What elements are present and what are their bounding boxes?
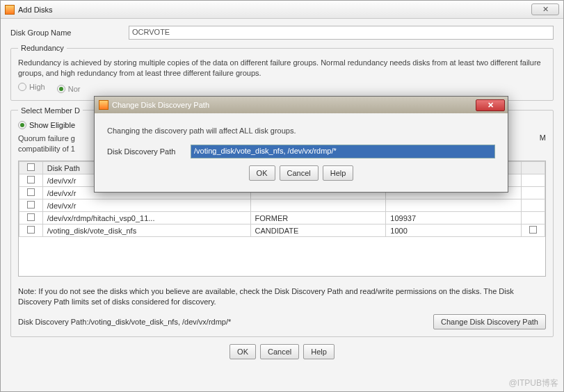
- table-row[interactable]: /voting_disk/vote_disk_nfsCANDIDATE1000: [19, 224, 545, 237]
- app-icon: [5, 5, 15, 15]
- window-close-button[interactable]: ✕: [531, 3, 559, 15]
- row-checkbox[interactable]: [27, 188, 35, 196]
- help-button[interactable]: Help: [303, 344, 335, 359]
- redundancy-legend: Redundancy: [18, 44, 67, 52]
- dialog-cancel-button[interactable]: Cancel: [280, 165, 319, 181]
- trailing-fragment: M: [540, 133, 546, 142]
- select-member-legend: Select Member D: [18, 106, 83, 115]
- dialog-icon: [99, 100, 108, 110]
- row-checkbox[interactable]: [27, 213, 35, 221]
- show-eligible-radio[interactable]: Show Eligible: [18, 121, 75, 129]
- main-button-row: OK Cancel Help: [10, 344, 554, 359]
- redundancy-normal-label: Nor: [68, 85, 81, 93]
- discovery-path-field-label: Disk Discovery Path: [107, 147, 191, 156]
- change-discovery-path-button[interactable]: Change Disk Discovery Path: [433, 314, 546, 329]
- dialog-close-button[interactable]: ✕: [476, 99, 505, 111]
- disk-group-name-input[interactable]: OCRVOTE: [129, 26, 554, 40]
- col-quorum[interactable]: [522, 162, 545, 174]
- redundancy-group: Redundancy Redundancy is achieved by sto…: [10, 44, 554, 101]
- disk-group-name-label: Disk Group Name: [10, 28, 129, 37]
- watermark: @ITPUB博客: [508, 377, 558, 389]
- row-checkbox[interactable]: [27, 176, 35, 183]
- ok-button[interactable]: OK: [229, 344, 256, 359]
- table-row[interactable]: /dev/vx/r: [19, 199, 545, 212]
- row-checkbox[interactable]: [27, 201, 35, 209]
- discovery-path-input[interactable]: /voting_disk/vote_disk_nfs, /dev/vx/rdmp…: [191, 145, 495, 158]
- dialog-help-button[interactable]: Help: [323, 165, 354, 181]
- header-checkbox[interactable]: [27, 163, 35, 171]
- redundancy-high-radio[interactable]: High: [18, 83, 45, 91]
- show-eligible-label: Show Eligible: [29, 121, 75, 129]
- dialog-warning: Changing the discovery path will affect …: [107, 126, 495, 136]
- row-quorum-checkbox[interactable]: [529, 226, 537, 234]
- dialog-title: Change Disk Discovery Path: [112, 101, 209, 109]
- table-row[interactable]: /dev/vx/rdmp/hitachi_vsp0_11...FORMER109…: [19, 212, 545, 224]
- add-disks-window: Add Disks ✕ Disk Group Name OCRVOTE Redu…: [0, 0, 564, 392]
- dialog-titlebar: Change Disk Discovery Path ✕: [95, 97, 508, 113]
- window-title: Add Disks: [18, 6, 53, 14]
- dialog-ok-button[interactable]: OK: [249, 165, 275, 181]
- redundancy-normal-radio[interactable]: Nor: [57, 85, 81, 93]
- change-discovery-path-dialog: Change Disk Discovery Path ✕ Changing th…: [94, 96, 508, 193]
- titlebar: Add Disks ✕: [1, 1, 563, 19]
- table-empty-area: [19, 237, 545, 276]
- cancel-button[interactable]: Cancel: [260, 344, 299, 359]
- redundancy-description: Redundancy is achieved by storing multip…: [18, 58, 546, 79]
- row-checkbox[interactable]: [27, 226, 35, 234]
- discovery-path-label: Disk Discovery Path:/voting_disk/vote_di…: [18, 318, 433, 326]
- dialog-button-row: OK Cancel Help: [107, 165, 495, 181]
- redundancy-high-label: High: [29, 83, 45, 91]
- discovery-note: Note: If you do not see the disks which …: [18, 286, 546, 307]
